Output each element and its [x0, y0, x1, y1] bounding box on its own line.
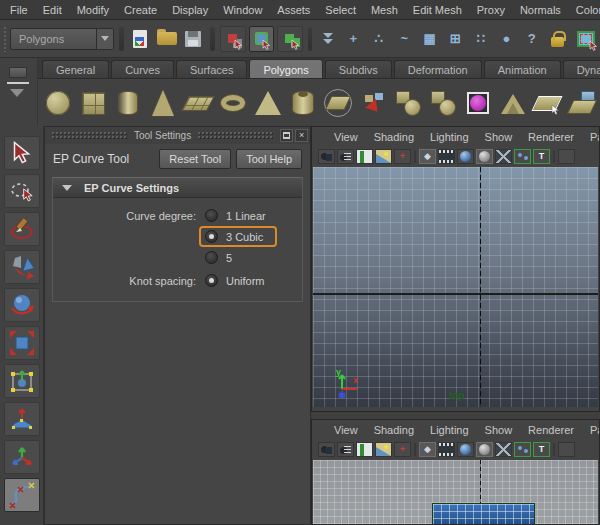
- radio-curve-degree-3-cubic[interactable]: [205, 230, 218, 243]
- camera-icon[interactable]: [318, 149, 335, 164]
- menu-normals[interactable]: Normals: [520, 4, 561, 16]
- viewport-canvas-top[interactable]: y x top: [313, 167, 598, 407]
- menu-modify[interactable]: Modify: [77, 4, 109, 16]
- use-default-material-icon[interactable]: [476, 149, 493, 164]
- camera-icon[interactable]: [318, 442, 335, 457]
- section-collapser[interactable]: [210, 27, 215, 51]
- save-scene-icon[interactable]: [182, 26, 206, 52]
- select-by-hierarchy-icon[interactable]: [220, 26, 246, 52]
- vp-menu-shading[interactable]: Shading: [374, 424, 414, 436]
- move-tool[interactable]: [4, 250, 40, 284]
- menu-color[interactable]: Color: [576, 4, 600, 16]
- shelf-tab-animation[interactable]: Animation: [484, 60, 561, 78]
- radio-curve-degree-5[interactable]: [205, 251, 218, 264]
- vp-menu-renderer[interactable]: Renderer: [528, 424, 574, 436]
- shelf-tab-general[interactable]: General: [42, 60, 109, 78]
- wireframe-shade-icon[interactable]: ◆: [419, 149, 436, 164]
- lights-icon[interactable]: [514, 442, 531, 457]
- image-plane-icon[interactable]: [375, 442, 392, 457]
- rotate-tool[interactable]: [4, 288, 40, 322]
- radio-curve-degree-1-linear[interactable]: [205, 209, 218, 222]
- menu-edit[interactable]: Edit: [43, 4, 62, 16]
- snap-collapse-icon[interactable]: [317, 33, 339, 44]
- menu-set-dropdown[interactable]: Polygons: [10, 28, 114, 50]
- shelf-tab-curves[interactable]: Curves: [111, 60, 174, 78]
- xray-icon[interactable]: [495, 149, 512, 164]
- collapse-section-icon[interactable]: [62, 185, 72, 191]
- subdiv-proxy-icon[interactable]: [461, 84, 495, 122]
- viewport-top-view[interactable]: View Shading Lighting Show Renderer Pane…: [311, 126, 600, 412]
- snap-together-icon[interactable]: ∷: [470, 27, 493, 51]
- smooth-shade-icon[interactable]: [457, 442, 474, 457]
- shelf-menu-icon[interactable]: [10, 89, 24, 97]
- viewport-splitter[interactable]: [311, 412, 600, 419]
- radio-knot-spacing-uniform[interactable]: [205, 274, 218, 287]
- zoom-region-icon[interactable]: +: [394, 442, 411, 457]
- curve-degree-option-label[interactable]: 5: [226, 252, 232, 264]
- vp-menu-view[interactable]: View: [334, 424, 358, 436]
- curve-degree-option-label[interactable]: 3 Cubic: [226, 231, 263, 243]
- close-panel-icon[interactable]: ×: [295, 129, 308, 142]
- poly-pipe-icon[interactable]: [286, 84, 320, 122]
- bookmark-icon[interactable]: [356, 442, 373, 457]
- make-live-icon[interactable]: ●: [495, 27, 518, 51]
- menu-file[interactable]: File: [10, 4, 28, 16]
- poly-helix-icon[interactable]: [321, 84, 355, 122]
- curve-degree-option-label[interactable]: 1 Linear: [226, 210, 266, 222]
- panel-drag-grip[interactable]: [51, 131, 128, 140]
- vp-menu-panels[interactable]: Panels: [590, 131, 600, 143]
- vp-menu-shading[interactable]: Shading: [374, 131, 414, 143]
- vp-menu-renderer[interactable]: Renderer: [528, 131, 574, 143]
- poly-cone-icon[interactable]: [146, 84, 180, 122]
- smooth-shade-icon[interactable]: [457, 149, 474, 164]
- bookmark-icon[interactable]: [356, 149, 373, 164]
- shelf-tab-surfaces[interactable]: Surfaces: [176, 60, 247, 78]
- lights-icon[interactable]: [514, 149, 531, 164]
- shelf-tab-deformation[interactable]: Deformation: [394, 60, 482, 78]
- new-scene-icon[interactable]: [129, 26, 153, 52]
- undock-panel-icon[interactable]: [280, 129, 293, 142]
- lasso-select-tool[interactable]: [4, 174, 40, 208]
- open-scene-icon[interactable]: [155, 26, 179, 52]
- use-default-material-icon[interactable]: [476, 442, 493, 457]
- interactive-split-icon[interactable]: [531, 84, 565, 122]
- move-snap-icon[interactable]: +: [342, 27, 365, 51]
- snap-to-grids-icon[interactable]: ▦: [419, 27, 442, 51]
- shelf-tab-polygons[interactable]: Polygons: [249, 59, 322, 78]
- wireframe-shade-icon[interactable]: ◆: [419, 442, 436, 457]
- section-collapser[interactable]: [308, 27, 313, 51]
- zoom-region-icon[interactable]: +: [394, 149, 411, 164]
- poly-mirror-icon[interactable]: [426, 84, 460, 122]
- poly-combine-icon[interactable]: [391, 84, 425, 122]
- menu-select[interactable]: Select: [325, 4, 356, 16]
- poly-cylinder-icon[interactable]: [111, 84, 145, 122]
- snap-to-curves-icon[interactable]: ~: [393, 27, 416, 51]
- selected-grid-plane[interactable]: [432, 503, 535, 524]
- vp-menu-lighting[interactable]: Lighting: [430, 424, 469, 436]
- menu-proxy[interactable]: Proxy: [477, 4, 505, 16]
- paint-selection-tool[interactable]: [4, 212, 40, 246]
- viewport-canvas-persp[interactable]: [313, 460, 598, 524]
- tool-settings-titlebar[interactable]: Tool Settings ×: [45, 127, 310, 144]
- highlight-selection-icon[interactable]: [573, 26, 600, 52]
- panel-drag-grip[interactable]: [197, 131, 274, 140]
- textures-icon[interactable]: T: [533, 149, 550, 164]
- knot-spacing-option-label[interactable]: Uniform: [226, 275, 265, 287]
- menu-window[interactable]: Window: [223, 4, 262, 16]
- vp-menu-show[interactable]: Show: [485, 131, 513, 143]
- poly-plane-icon[interactable]: [181, 84, 215, 122]
- reset-tool-button[interactable]: Reset Tool: [159, 149, 231, 169]
- poly-extrude-icon[interactable]: [566, 84, 600, 122]
- vp-menu-view[interactable]: View: [334, 131, 358, 143]
- xray-icon[interactable]: [495, 442, 512, 457]
- shelf-tab-toggle-button[interactable]: [9, 67, 27, 78]
- select-by-object-icon[interactable]: [249, 26, 275, 52]
- textured-icon[interactable]: [438, 442, 455, 457]
- menu-assets[interactable]: Assets: [277, 4, 310, 16]
- shelf-tab-dynamics[interactable]: Dynamics: [563, 60, 600, 78]
- menu-display[interactable]: Display: [172, 4, 208, 16]
- shelf-tab-subdivs[interactable]: Subdivs: [325, 60, 392, 78]
- image-plane-icon[interactable]: [375, 149, 392, 164]
- poly-pyramid-icon[interactable]: [251, 84, 285, 122]
- viewport-persp-view[interactable]: View Shading Lighting Show Renderer Pane…: [311, 419, 600, 525]
